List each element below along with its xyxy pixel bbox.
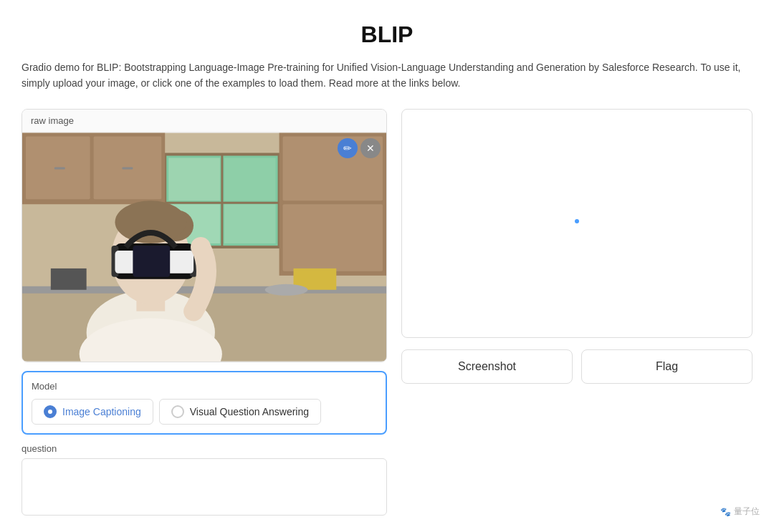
question-container: question [22, 443, 387, 518]
output-dot [575, 219, 579, 223]
radio-option-image-captioning[interactable]: Image Captioning [32, 399, 153, 425]
image-upload-container: raw image [22, 109, 387, 362]
watermark: 🐾 量子位 [720, 506, 760, 518]
action-buttons: Screenshot Flag [401, 349, 752, 384]
svg-point-21 [265, 284, 308, 296]
svg-rect-18 [283, 204, 383, 271]
svg-rect-12 [54, 167, 65, 169]
question-input[interactable] [22, 458, 387, 516]
watermark-text: 量子位 [734, 506, 760, 518]
svg-rect-13 [122, 167, 133, 169]
model-label: Model [32, 381, 377, 392]
radio-label-vqa: Visual Question Answering [190, 406, 309, 417]
close-icon: ✕ [366, 142, 375, 154]
svg-rect-3 [224, 158, 276, 200]
image-controls: ✏ ✕ [338, 138, 381, 158]
svg-rect-2 [168, 158, 220, 200]
screenshot-button[interactable]: Screenshot [401, 349, 573, 384]
output-area [401, 109, 752, 338]
edit-image-button[interactable]: ✏ [338, 138, 358, 158]
radio-circle-vqa [171, 405, 184, 418]
radio-option-vqa[interactable]: Visual Question Answering [159, 399, 321, 425]
image-label: raw image [22, 110, 386, 132]
svg-rect-5 [224, 204, 276, 243]
page-title: BLIP [22, 14, 752, 48]
right-panel: Screenshot Flag [401, 109, 752, 384]
svg-rect-32 [133, 246, 170, 277]
radio-label-image-captioning: Image Captioning [62, 406, 141, 417]
svg-rect-19 [51, 269, 87, 290]
flag-button[interactable]: Flag [581, 349, 752, 384]
page-description: Gradio demo for BLIP: Bootstrapping Lang… [22, 59, 752, 92]
radio-circle-image-captioning [44, 405, 57, 418]
left-panel: raw image [22, 109, 387, 518]
watermark-icon: 🐾 [720, 507, 731, 517]
question-label: question [22, 443, 387, 454]
model-selector-container: Model Image Captioning Visual Question A… [22, 371, 387, 435]
radio-group: Image Captioning Visual Question Answeri… [32, 399, 377, 425]
remove-image-button[interactable]: ✕ [360, 138, 381, 158]
svg-point-26 [115, 200, 186, 243]
main-layout: raw image [22, 109, 752, 518]
scene-image [22, 132, 386, 362]
image-preview-area[interactable]: ✏ ✕ [22, 132, 386, 362]
edit-icon: ✏ [343, 142, 352, 154]
